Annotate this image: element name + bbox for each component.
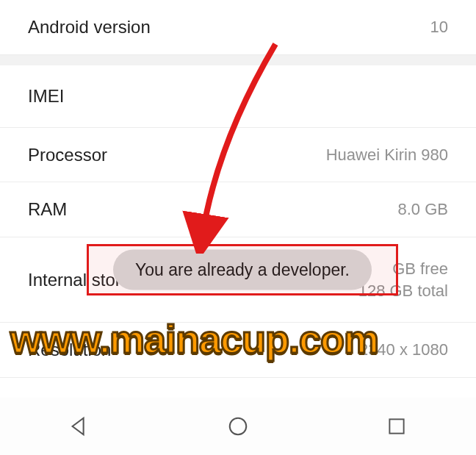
row-android-version[interactable]: Android version 10 <box>0 0 476 55</box>
section-divider <box>0 55 476 65</box>
svg-rect-1 <box>389 419 403 433</box>
row-resolution[interactable]: Resolution 2340 x 1080 <box>0 323 476 378</box>
square-recent-icon <box>386 416 407 437</box>
processor-value: Huawei Kirin 980 <box>326 144 448 166</box>
nav-home-button[interactable] <box>226 415 250 438</box>
android-nav-bar <box>0 398 476 455</box>
triangle-back-icon <box>68 415 90 437</box>
svg-point-0 <box>230 418 247 435</box>
toast-message: You are already a developer. <box>113 250 372 290</box>
ram-label: RAM <box>28 199 67 220</box>
resolution-label: Resolution <box>28 340 111 360</box>
nav-recent-button[interactable] <box>385 415 408 438</box>
resolution-value: 2340 x 1080 <box>359 339 448 361</box>
nav-back-button[interactable] <box>68 415 91 438</box>
row-processor[interactable]: Processor Huawei Kirin 980 <box>0 128 476 183</box>
row-ram[interactable]: RAM 8.0 GB <box>0 182 476 237</box>
row-imei[interactable]: IMEI <box>0 65 476 128</box>
ram-value: 8.0 GB <box>398 198 448 221</box>
android-version-value: 10 <box>430 16 448 38</box>
toast-container: You are already a developer. <box>91 248 394 291</box>
circle-home-icon <box>227 415 249 437</box>
android-version-label: Android version <box>28 17 151 37</box>
imei-label: IMEI <box>28 86 64 107</box>
processor-label: Processor <box>28 145 107 165</box>
storage-free: GB free <box>392 258 448 280</box>
